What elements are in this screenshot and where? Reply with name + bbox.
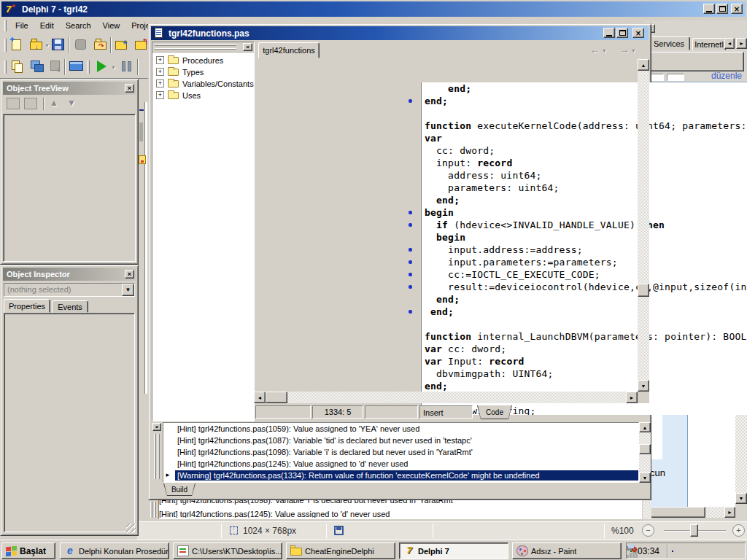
taskbar-task-doc[interactable]: C:\Users\KT\Desktop\is... xyxy=(173,542,282,559)
code-line[interactable]: begin xyxy=(402,231,747,244)
code-line[interactable]: input: record xyxy=(402,157,747,169)
code-line[interactable]: var cc: dword; xyxy=(402,343,747,355)
build-tab[interactable]: Build xyxy=(163,483,196,496)
taskbar-task-delphi[interactable]: 7Delphi 7 xyxy=(399,542,508,559)
explorer-node[interactable]: +Uses xyxy=(152,90,254,101)
message-row[interactable]: ►[Hint] tgrl42functions.pas(1059): Value… xyxy=(163,423,638,435)
bg-tab-scroll-left-icon[interactable]: ◄ xyxy=(724,38,735,49)
editor-hscroll-thumb[interactable] xyxy=(266,392,287,403)
code-line[interactable]: cc: dword; xyxy=(402,144,747,157)
object-treeview-content[interactable] xyxy=(3,114,136,262)
message-row[interactable]: ►[Warning] tgrl42functions.pas(1334): Re… xyxy=(163,470,638,481)
taskbar-task-paint[interactable]: Adsız - Paint xyxy=(512,542,622,559)
code-line[interactable] xyxy=(402,107,747,120)
show-desktop-icon[interactable] xyxy=(672,551,673,552)
code-editor[interactable]: end;end;function executeKernelCode(addre… xyxy=(402,82,747,415)
expand-icon[interactable]: + xyxy=(156,79,164,88)
new-file-icon[interactable] xyxy=(9,36,27,54)
bg-hscroll-thumb[interactable] xyxy=(646,507,705,518)
editor-titlebar[interactable]: tgrl42functions.pas × xyxy=(151,26,649,40)
object-inspector-titlebar[interactable]: Object Inspector × xyxy=(3,268,136,281)
code-line[interactable]: parameters: uint64; xyxy=(402,182,747,194)
start-button[interactable]: Başlat xyxy=(1,542,55,559)
object-treeview-close-icon[interactable]: × xyxy=(125,84,134,93)
breakpoint-dot-icon[interactable] xyxy=(409,223,412,227)
messages-list[interactable]: ►[Hint] tgrl42functions.pas(1059): Value… xyxy=(163,422,639,483)
breakpoint-dot-icon[interactable] xyxy=(409,211,412,214)
breakpoint-dot-icon[interactable] xyxy=(409,260,412,264)
bg-scroll-down2-icon[interactable]: ▼ xyxy=(735,493,747,504)
maximize-button[interactable] xyxy=(716,4,728,14)
messages-scroll-up-icon[interactable]: ▲ xyxy=(639,422,651,432)
message-row[interactable]: ►[Hint] tgrl42functions.pas(1245): Value… xyxy=(163,458,638,470)
messages-scroll-thumb[interactable] xyxy=(639,444,651,454)
expand-icon[interactable]: + xyxy=(156,56,164,64)
bg-tab-internet[interactable]: Internetl xyxy=(692,38,726,50)
breakpoint-dot-icon[interactable] xyxy=(409,273,412,276)
run-toolbar-grip[interactable] xyxy=(88,61,90,74)
paste-icon[interactable] xyxy=(9,58,27,76)
add-file-icon[interactable]: + xyxy=(114,36,131,54)
messages-close-icon[interactable]: × xyxy=(152,423,161,431)
editor-scroll-up-icon[interactable]: ▲ xyxy=(638,59,649,71)
tab-events[interactable]: Events xyxy=(52,300,88,313)
code-line[interactable]: var Input: record xyxy=(402,355,747,368)
bg-hscroll-right-icon[interactable]: ► xyxy=(724,507,735,518)
breakpoint-dot-icon[interactable] xyxy=(409,248,412,252)
cascade-windows-icon[interactable] xyxy=(29,58,47,76)
code-line[interactable]: cc:=IOCTL_CE_EXECUTE_CODE; xyxy=(402,268,747,281)
code-line[interactable]: end; xyxy=(402,293,747,306)
code-line[interactable]: end; xyxy=(402,194,747,206)
code-line[interactable]: function internal_LaunchDBVM(parameters:… xyxy=(402,330,747,343)
editor-file-tab[interactable]: tgrl42functions xyxy=(258,42,320,58)
menu-edit[interactable]: Edit xyxy=(34,18,60,33)
breakpoint-dot-icon[interactable] xyxy=(409,99,412,103)
editor-minimize-button[interactable] xyxy=(603,28,615,38)
open-dropdown-caret[interactable]: ▼ xyxy=(44,43,50,48)
messages-grip[interactable] xyxy=(154,434,156,479)
menu-search[interactable]: Search xyxy=(60,18,97,33)
save-icon[interactable] xyxy=(50,36,68,54)
editor-close-button[interactable]: × xyxy=(632,28,644,38)
code-line[interactable]: result:=deviceiocontrol(hdevice,cc,@inpu… xyxy=(402,281,747,293)
code-explorer-header[interactable]: × xyxy=(152,42,254,52)
editor-horizontal-scrollbar[interactable]: ◄ ► xyxy=(254,392,638,403)
run-dropdown-caret[interactable]: ▼ xyxy=(111,65,116,70)
code-view-tab[interactable]: Code xyxy=(477,405,512,419)
nav-forward-icon[interactable]: → xyxy=(619,44,629,55)
zoom-out-icon[interactable]: − xyxy=(642,524,654,537)
expand-icon[interactable]: + xyxy=(156,68,164,76)
code-line[interactable]: dbvmimgpath: UINT64; xyxy=(402,368,747,380)
instance-selector[interactable]: (nothing selected) ▼ xyxy=(4,283,135,297)
open-project-icon[interactable]: ↷ xyxy=(93,36,110,54)
toolbar-grip[interactable] xyxy=(4,39,7,52)
selector-dropdown-icon[interactable]: ▼ xyxy=(122,284,134,296)
code-line[interactable]: function executeKernelCode(address: uint… xyxy=(402,120,747,132)
nav-forward-caret-icon[interactable]: ▼ xyxy=(631,48,636,53)
editor-scroll-thumb[interactable] xyxy=(638,284,649,297)
open-file-icon[interactable]: ↓ xyxy=(28,36,46,54)
toolbar2-grip[interactable] xyxy=(4,61,7,74)
bg-field2[interactable] xyxy=(667,74,684,81)
object-inspector-close-icon[interactable]: × xyxy=(125,270,134,279)
close-button[interactable]: × xyxy=(731,4,743,14)
code-line[interactable]: address: uint64; xyxy=(402,169,747,182)
code-line[interactable]: input.address:=address; xyxy=(402,244,747,256)
messages-scroll-down-icon[interactable]: ▼ xyxy=(639,472,651,483)
message-row[interactable]: ►[Hint] tgrl42functions.pas(1098): Varia… xyxy=(163,446,638,458)
taskbar-task-folder[interactable]: CheatEngineDelphi xyxy=(286,542,395,559)
breakpoint-dot-icon[interactable] xyxy=(409,310,412,314)
breakpoint-dot-icon[interactable] xyxy=(409,285,412,289)
expand-icon[interactable]: + xyxy=(156,91,164,99)
editor-maximize-button[interactable] xyxy=(616,28,628,38)
bg-horizontal-scrollbar[interactable]: ► xyxy=(644,507,735,518)
code-explorer-close-icon[interactable]: × xyxy=(243,43,252,51)
code-line[interactable]: end; xyxy=(402,380,747,392)
editor-scroll-right-icon[interactable]: ► xyxy=(626,392,638,403)
bg-tab-services[interactable]: Services xyxy=(648,36,690,50)
run-button[interactable] xyxy=(93,58,111,76)
zoom-in-icon[interactable]: + xyxy=(732,524,745,537)
editor-vertical-scrollbar[interactable]: ▲ ▼ xyxy=(638,59,649,392)
object-treeview-titlebar[interactable]: Object TreeView × xyxy=(3,82,136,95)
taskbar-task-ie[interactable]: eDelphi Konuları Prosedür... xyxy=(60,542,169,559)
